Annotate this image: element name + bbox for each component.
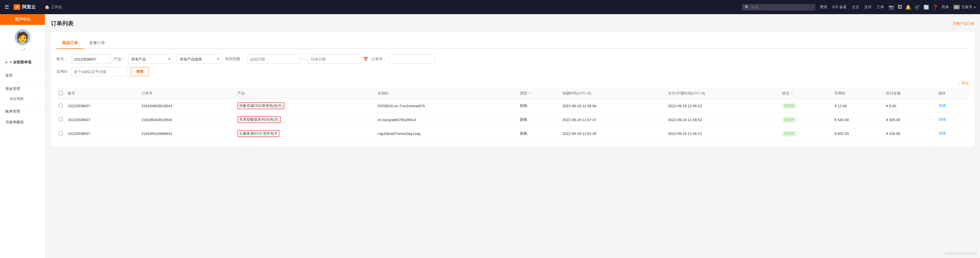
user-center-label: 用户中心: [15, 17, 30, 21]
breadcrumb-text: 工作台: [51, 5, 62, 10]
nav-divider-2: [0, 82, 45, 82]
page-title: 订单列表: [51, 20, 73, 27]
page-header: 订单列表 万网产品订单: [51, 20, 974, 27]
bell-icon[interactable]: 🔔: [905, 5, 911, 10]
row2-pay-time: 2022-09-19 11:58:52: [666, 113, 780, 127]
row1-check[interactable]: [59, 104, 63, 107]
row2-action[interactable]: 详情: [936, 113, 969, 127]
refresh-icon[interactable]: 🔄: [924, 5, 929, 10]
avatar: 🧑: [15, 29, 30, 45]
help-icon[interactable]: ❓: [932, 5, 938, 10]
row1-instance-id: OSSBAG-cn-7mz2vmka407k: [375, 99, 518, 113]
account-label: 账号：: [56, 56, 67, 62]
row3-status-badge: 已支付: [782, 131, 797, 137]
sidebar-finance-label: 资金管理: [5, 86, 20, 91]
order-no-input[interactable]: [390, 54, 434, 64]
language-label[interactable]: 简体: [942, 5, 949, 10]
row2-detail-link[interactable]: 详情: [939, 117, 946, 122]
user-dropdown-icon[interactable]: ▾: [974, 6, 975, 9]
sidebar-home-label: 首页: [5, 73, 13, 78]
search-button[interactable]: 搜索: [131, 67, 149, 76]
sidebar-item-monthly-overview[interactable]: 月账单概览: [0, 117, 45, 128]
row3-product-text: 云服务器ECS-包年包月: [237, 130, 279, 137]
row1-type: 新购: [518, 99, 560, 113]
select-all-checkbox[interactable]: [59, 91, 63, 95]
avatar-section: 🧑 ..../: [0, 25, 45, 54]
row3-order-id: 218195516680643: [139, 127, 235, 141]
row1-checkbox[interactable]: [56, 99, 65, 113]
category-select[interactable]: 所有产品细类: [177, 54, 222, 64]
sidebar: 用户中心 🧑 ..../ ≡ ≡ 全部菜单项 › 首页 资金管理 收支明细 ↓ …: [0, 14, 45, 258]
export-button[interactable]: ↑ 导出: [959, 81, 969, 86]
nav-link-enterprise[interactable]: 企业: [852, 5, 859, 10]
row1-action[interactable]: 详情: [936, 99, 969, 113]
row1-pay-amount: ¥ 9.00: [884, 99, 936, 113]
row2-order-id: 218196204510643: [139, 113, 235, 127]
sidebar-item-billing-mgmt[interactable]: 账单管理: [0, 106, 45, 117]
end-date-input[interactable]: [308, 54, 361, 64]
table-header-row: 账号 订单号 产品 实例ID 类型 ▽ 创建时间(UTC+8) 支付/开通时间(…: [56, 88, 969, 99]
row3-detail-link[interactable]: 详情: [939, 131, 946, 136]
tab-goods-order[interactable]: 商品订单: [56, 38, 84, 49]
account-input[interactable]: [71, 54, 110, 64]
instance-id-input[interactable]: [71, 67, 127, 76]
row3-pay-time: 2022-09-19 11:56:21: [666, 127, 780, 141]
menu-icon[interactable]: ☰: [5, 4, 9, 10]
nav-link-support[interactable]: 支持: [864, 5, 872, 10]
th-official-price: 官网价: [832, 88, 884, 99]
table-row: 15210538657 218196204510643 关系型数据库RDS(包月…: [56, 113, 969, 127]
nav-link-workorder[interactable]: 工单: [877, 5, 884, 10]
nav-link-fee[interactable]: 费用: [820, 5, 827, 10]
row2-create-time: 2022-09-19 11:57:47: [560, 113, 666, 127]
sidebar-item-home[interactable]: 首页: [0, 70, 45, 81]
th-pay-amount: 应付金额: [884, 88, 936, 99]
row2-status: 已支付: [780, 113, 832, 127]
image-icon[interactable]: 🖼: [897, 5, 902, 10]
table-actions: ↑ 导出: [56, 81, 969, 86]
row2-type: 新购: [518, 113, 560, 127]
row3-pay-amount: ¥ 426.00: [884, 127, 936, 141]
user-label[interactable]: 主账号: [961, 5, 972, 10]
start-date-input[interactable]: [247, 54, 301, 64]
breadcrumb: 🏠 工作台: [45, 5, 62, 10]
row1-detail-link[interactable]: 详情: [939, 104, 946, 108]
row2-instance-id: rm-bp1padk678is2h0u3: [375, 113, 518, 127]
nav-link-icp[interactable]: ICP 备案: [832, 5, 847, 10]
status-filter-icon[interactable]: ▽: [791, 92, 793, 95]
th-action: 操作: [936, 88, 969, 99]
sidebar-item-cashflow[interactable]: 收支明细 ↓: [0, 94, 45, 104]
row3-check[interactable]: [59, 131, 63, 135]
nav-links: 费用 ICP 备案 企业 支持 工单: [820, 5, 884, 10]
all-menus-icon: ≡: [5, 60, 8, 64]
row3-checkbox[interactable]: [56, 127, 65, 141]
th-product: 产品: [235, 88, 375, 99]
all-menus-arrow: ›: [40, 61, 40, 64]
row2-checkbox[interactable]: [56, 113, 65, 127]
row2-account: 15210538657: [65, 113, 139, 127]
filter-row-1: 账号： 产品： 所有产品 所有产品细类 时间范围： — 📅 订单号：: [56, 54, 969, 64]
th-create-time: 创建时间(UTC+8): [560, 88, 666, 99]
row2-check[interactable]: [59, 117, 63, 121]
camera-icon[interactable]: 📷: [888, 5, 894, 10]
wangwang-link[interactable]: 万网产品订单: [952, 21, 974, 26]
row3-type: 新购: [518, 127, 560, 141]
sidebar-cashflow-label: 收支明细: [10, 96, 24, 101]
sidebar-item-finance[interactable]: 资金管理: [0, 83, 45, 94]
search-box[interactable]: 🔍: [742, 4, 815, 10]
search-input[interactable]: [751, 5, 813, 9]
row3-action[interactable]: 详情: [936, 127, 969, 141]
instance-id-label: 实例ID: [56, 69, 67, 74]
user-info: Ie 主账号 ▾: [953, 5, 975, 10]
th-checkbox: [56, 88, 65, 99]
date-range-group: — 📅: [247, 54, 368, 64]
home-icon: 🏠: [45, 5, 49, 9]
tab-package-order[interactable]: 套餐订单: [84, 38, 111, 49]
row1-pay-time: 2022-09-19 12:06:22: [666, 99, 780, 113]
row3-instance-id: i-bp19iza87mmxe3ay1zaq: [375, 127, 518, 141]
nav-icons: 📷 🖼 🔔 🛒 🔄 ❓ 简体: [888, 5, 949, 10]
cart-icon[interactable]: 🛒: [915, 5, 920, 10]
product-select[interactable]: 所有产品: [128, 54, 173, 64]
sidebar-item-all-menus[interactable]: ≡ ≡ 全部菜单项 ›: [0, 57, 45, 67]
filter-row-2: 实例ID 搜索: [56, 67, 969, 76]
type-filter-icon[interactable]: ▽: [529, 92, 531, 95]
